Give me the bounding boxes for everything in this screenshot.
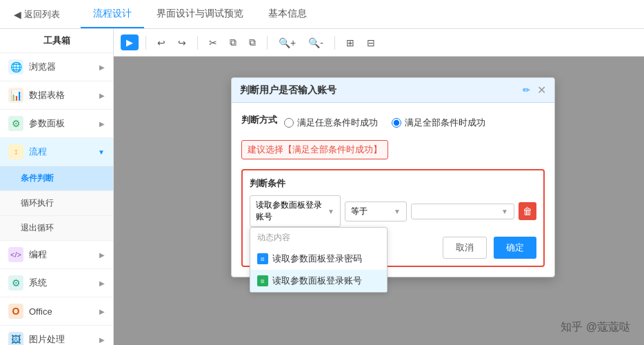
dropdown-arrow-icon: ▼ — [394, 208, 401, 215]
chevron-icon: ▶ — [99, 336, 105, 344]
cancel-button[interactable]: 取消 — [443, 237, 487, 259]
sidebar-item-browser[interactable]: 🌐 浏览器 ▶ — [0, 53, 113, 81]
separator — [267, 36, 268, 50]
datatable-label: 数据表格 — [29, 89, 65, 101]
dropdown-item-icon: ≡ — [257, 253, 268, 264]
dialog-header: 判断用户是否输入账号 ✏ ✕ — [232, 78, 554, 103]
browser-icon: 🌐 — [8, 59, 23, 75]
flow-label: 流程 — [29, 146, 47, 158]
content-area: ▶ ↩ ↪ ✂ ⧉ ⧉ 🔍+ 🔍- ⊞ ⊟ 判断用户是否输入账号 — [114, 29, 644, 345]
main-layout: 工具箱 🌐 浏览器 ▶ 📊 数据表格 ▶ ⚙ 参数面板 ▶ ↕ 流程 ▼ 条件判 — [0, 29, 644, 345]
system-icon: ⚙ — [8, 275, 23, 290]
office-icon: O — [8, 304, 23, 319]
radio-all-input[interactable] — [392, 118, 401, 128]
tab-basic-info[interactable]: 基本信息 — [256, 1, 319, 28]
radio-any[interactable]: 满足任意条件时成功 — [284, 117, 378, 129]
exit-loop-label: 退出循环 — [21, 222, 54, 234]
separator — [197, 36, 198, 50]
condition-row: 读取参数面板登录账号 ▼ 动态内容 ≡ 读取参数面板登录密码 — [250, 195, 536, 227]
dropdown-section-title: 动态内容 — [250, 228, 387, 248]
image-label: 图片处理 — [29, 333, 65, 345]
chevron-icon: ▶ — [99, 279, 105, 287]
sidebar-item-image[interactable]: 🖼 图片处理 ▶ — [0, 326, 113, 345]
close-button[interactable]: ✕ — [537, 83, 546, 97]
separator — [145, 36, 146, 50]
dropdown-item-password[interactable]: ≡ 读取参数面板登录密码 — [250, 248, 387, 270]
dropdown-item-account[interactable]: ≡ 读取参数面板登录账号 — [250, 270, 387, 292]
image-icon: 🖼 — [8, 332, 23, 345]
datatable-icon: 📊 — [8, 88, 23, 103]
edit-icon[interactable]: ✏ — [523, 85, 530, 95]
sidebar-item-params[interactable]: ⚙ 参数面板 ▶ — [0, 110, 113, 138]
paste-button[interactable]: ⧉ — [245, 34, 260, 50]
undo-button[interactable]: ↩ — [153, 35, 170, 50]
browser-label: 浏览器 — [29, 61, 56, 73]
chevron-icon: ▶ — [99, 251, 105, 259]
top-nav: ◀ 返回列表 流程设计 界面设计与调试预览 基本信息 — [0, 0, 644, 29]
flow-subitems: 条件判断 循环执行 退出循环 — [0, 166, 113, 241]
params-label: 参数面板 — [29, 117, 65, 130]
select2-value: 等于 — [351, 206, 368, 217]
sidebar-item-flow[interactable]: ↕ 流程 ▼ — [0, 138, 113, 166]
system-label: 系统 — [29, 277, 47, 289]
highlight-hint: 建议选择【满足全部条件时成功】 — [241, 140, 388, 159]
back-arrow-icon: ◀ — [14, 9, 21, 20]
params-icon: ⚙ — [8, 116, 23, 131]
delete-condition-button[interactable]: 🗑 — [519, 202, 536, 220]
copy-button[interactable]: ⧉ — [225, 34, 241, 50]
highlight-text: 建议选择【满足全部条件时成功】 — [248, 144, 382, 155]
sidebar-item-office[interactable]: O Office ▶ — [0, 297, 113, 326]
dropdown-menu: 动态内容 ≡ 读取参数面板登录密码 ≡ 读取参数面板登录账号 — [250, 227, 388, 293]
condition-select3[interactable]: ▼ — [411, 204, 514, 219]
select1-value: 读取参数面板登录账号 — [256, 199, 328, 223]
condition-select1[interactable]: 读取参数面板登录账号 ▼ — [250, 195, 341, 227]
sidebar-item-coding[interactable]: </> 编程 ▶ — [0, 241, 113, 269]
nav-tabs: 流程设计 界面设计与调试预览 基本信息 — [81, 1, 319, 28]
camera-button[interactable]: ▶ — [121, 34, 139, 50]
toolbar: ▶ ↩ ↪ ✂ ⧉ ⧉ 🔍+ 🔍- ⊞ ⊟ — [114, 29, 644, 57]
chevron-icon: ▶ — [99, 308, 105, 315]
redo-button[interactable]: ↪ — [174, 35, 190, 50]
condition-dialog: 判断用户是否输入账号 ✏ ✕ 判断方式 满足任意条件时成功 — [231, 77, 555, 277]
align-right-button[interactable]: ⊟ — [363, 35, 379, 50]
radio-group: 满足任意条件时成功 满足全部条件时成功 — [284, 112, 485, 133]
sidebar-item-condition[interactable]: 条件判断 — [0, 166, 113, 191]
sidebar: 工具箱 🌐 浏览器 ▶ 📊 数据表格 ▶ ⚙ 参数面板 ▶ ↕ 流程 ▼ 条件判 — [0, 29, 114, 345]
tab-flow-design[interactable]: 流程设计 — [81, 1, 144, 28]
judge-section-label: 判断方式 — [241, 114, 277, 126]
dropdown-item-account-label: 读取参数面板登录账号 — [272, 275, 362, 287]
sidebar-item-exit-loop[interactable]: 退出循环 — [0, 216, 113, 241]
dialog-title: 判断用户是否输入账号 — [240, 84, 519, 97]
judge-method-row: 判断方式 满足任意条件时成功 满足全部条件时成功 — [241, 112, 545, 133]
flow-chevron-icon: ▼ — [98, 148, 105, 156]
radio-all[interactable]: 满足全部条件时成功 — [392, 117, 485, 129]
zoom-in-button[interactable]: 🔍+ — [274, 35, 300, 50]
tab-ui-design[interactable]: 界面设计与调试预览 — [144, 1, 256, 28]
chevron-icon: ▶ — [99, 63, 105, 71]
radio-any-label: 满足任意条件时成功 — [297, 117, 378, 129]
dropdown-arrow-icon: ▼ — [501, 208, 508, 215]
dropdown-item-icon: ≡ — [257, 275, 268, 286]
chevron-icon: ▶ — [99, 92, 105, 99]
zoom-out-button[interactable]: 🔍- — [304, 35, 328, 50]
align-left-button[interactable]: ⊞ — [342, 35, 359, 50]
dropdown-item-password-label: 读取参数面板登录密码 — [272, 253, 362, 265]
sidebar-item-system[interactable]: ⚙ 系统 ▶ — [0, 269, 113, 297]
back-label: 返回列表 — [24, 8, 60, 21]
radio-all-label: 满足全部条件时成功 — [405, 117, 485, 129]
separator — [334, 36, 335, 50]
cut-button[interactable]: ✂ — [205, 35, 221, 50]
back-button[interactable]: ◀ 返回列表 — [7, 6, 67, 23]
chevron-icon: ▶ — [99, 120, 105, 128]
condition-section-label: 判断条件 — [250, 177, 536, 190]
condition-label: 条件判断 — [21, 172, 54, 184]
select1-container: 读取参数面板登录账号 ▼ 动态内容 ≡ 读取参数面板登录密码 — [250, 195, 341, 227]
coding-icon: </> — [8, 247, 23, 262]
sidebar-item-loop[interactable]: 循环执行 — [0, 191, 113, 216]
sidebar-item-datatable[interactable]: 📊 数据表格 ▶ — [0, 81, 113, 110]
confirm-button[interactable]: 确定 — [494, 237, 536, 259]
condition-select2[interactable]: 等于 ▼ — [345, 201, 407, 221]
flow-icon: ↕ — [8, 144, 23, 159]
radio-any-input[interactable] — [284, 118, 294, 128]
toolbox-title: 工具箱 — [0, 29, 113, 53]
